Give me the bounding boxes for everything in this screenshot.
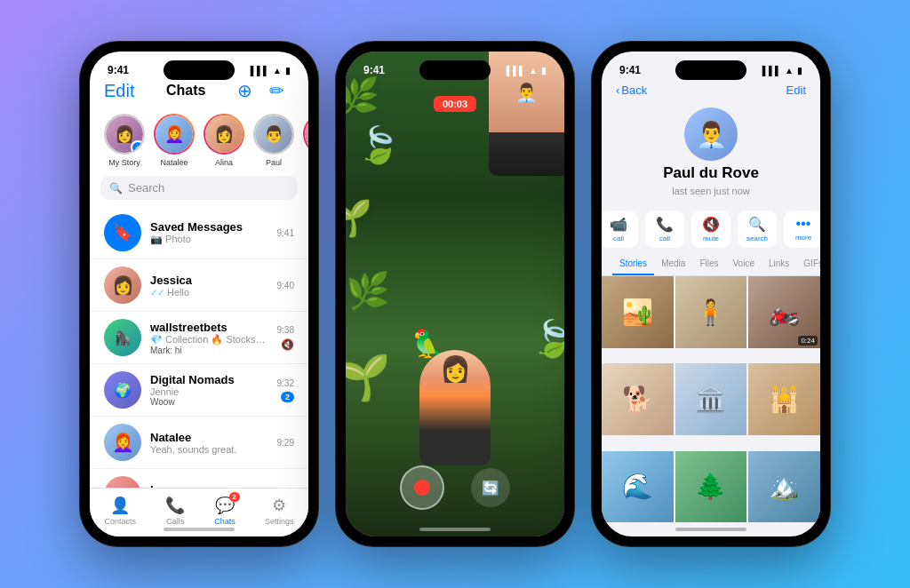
chat-info-digital: Digital Nomads Jennie Woow: [150, 373, 268, 407]
story-name-natalee: Natalee: [160, 158, 188, 167]
pip-body: [489, 132, 564, 176]
flip-icon: 🔄: [482, 480, 499, 497]
chat-avatar-saved: 🔖: [104, 214, 141, 251]
phone-chats: 9:41 ▌▌▌ ▲ ▮ Edit Chats ⊕ ✏: [79, 41, 319, 547]
story-avatar-mystory: 👩 +: [104, 114, 145, 155]
stories-row: 👩 + My Story 👩‍🦰 Natalee 👩 Alina: [90, 108, 308, 176]
nav-settings[interactable]: ⚙ Settings: [265, 496, 294, 526]
flip-camera-button[interactable]: 🔄: [471, 468, 510, 507]
profile-actions: 📹 call 📞 call 🔇 mute 🔍 search •••: [602, 205, 820, 253]
avatar-emoji: 👨‍💼: [696, 120, 727, 149]
tab-stories[interactable]: Stories: [612, 253, 654, 275]
chat-info-jessica: Jessica ✓✓ Hello: [150, 274, 268, 298]
media-img-7: 🌊: [602, 451, 674, 523]
chat-time-jessica: 9:40: [277, 281, 294, 290]
plant-5: 🌿: [346, 270, 390, 312]
chat-preview-jessica: ✓✓ Hello: [150, 287, 268, 298]
video-screen: 9:41 ▌▌▌ ▲ ▮ 🌿 🍃 🌱 🌾 🌿 🍃 🦜 🌱: [346, 52, 564, 536]
story-name-paul: Paul: [266, 158, 282, 167]
story-item-emma[interactable]: 👩‍🦳 Emma: [303, 114, 308, 167]
story-avatar-paul: 👨: [253, 114, 294, 155]
tab-media[interactable]: Media: [654, 253, 692, 275]
media-cell-6[interactable]: 🕌: [748, 363, 820, 435]
action-video-call[interactable]: 📹 call: [602, 211, 638, 248]
media-img-4: 🐕: [602, 363, 674, 435]
chat-preview2-digital: Woow: [150, 397, 268, 407]
tab-gifs[interactable]: GIFs: [796, 253, 820, 275]
media-img-9: 🏔️: [748, 451, 820, 523]
chat-avatar-wsb: 🦍: [104, 319, 141, 356]
media-grid: 🏜️ 🧍 🏍️ 0:24 🐕 🏛️ 🕌: [602, 276, 820, 536]
nav-contacts[interactable]: 👤 Contacts: [105, 496, 137, 526]
status-icons-2: ▌▌▌ ▲ ▮: [507, 66, 547, 75]
chat-name-digital: Digital Nomads: [150, 373, 268, 386]
media-cell-4[interactable]: 🐕: [602, 363, 674, 435]
search-bar[interactable]: 🔍 Search: [100, 176, 298, 200]
compose-button[interactable]: ✏: [269, 80, 294, 101]
chat-item-natalee[interactable]: 👩‍🦰 Natalee Yeah, sounds great. 9:29: [90, 417, 308, 469]
dynamic-island-1: [164, 60, 235, 80]
chat-name-saved: Saved Messages: [150, 220, 268, 234]
action-more[interactable]: ••• more: [784, 211, 820, 248]
nav-chats[interactable]: 💬 2 Chats: [214, 496, 235, 526]
nav-chats-label: Chats: [214, 517, 235, 526]
action-search[interactable]: 🔍 search: [738, 211, 777, 248]
nav-contacts-label: Contacts: [105, 517, 137, 526]
chat-meta-digital: 9:32 2: [277, 378, 294, 402]
chat-item-wsb[interactable]: 🦍 wallstreetbets 💎 Collection 🔥 Stocks 🥩…: [90, 312, 308, 364]
signal-icon: ▌▌▌: [251, 66, 269, 75]
media-img-6: 🕌: [748, 363, 820, 435]
chat-item-digital[interactable]: 🌍 Digital Nomads Jennie Woow 9:32 2: [90, 364, 308, 417]
media-cell-8[interactable]: 🌲: [675, 451, 747, 523]
silhouette-body: 👩: [419, 350, 491, 465]
chat-name-jessica: Jessica: [150, 274, 268, 287]
media-cell-1[interactable]: 🏜️: [602, 276, 674, 348]
calls-icon: 📞: [165, 496, 185, 515]
media-cell-9[interactable]: 🏔️: [748, 451, 820, 523]
new-group-button[interactable]: ⊕: [237, 80, 262, 101]
back-button[interactable]: ‹ Back: [616, 83, 647, 97]
edit-button[interactable]: Edit: [104, 81, 134, 101]
story-item-alina[interactable]: 👩 Alina: [204, 114, 244, 167]
action-audio-call[interactable]: 📞 call: [645, 211, 684, 248]
video-person-main: 👩: [346, 350, 564, 465]
chat-meta-jessica: 9:40: [277, 281, 294, 290]
chats-screen: 9:41 ▌▌▌ ▲ ▮ Edit Chats ⊕ ✏: [90, 52, 308, 536]
story-item-natalee[interactable]: 👩‍🦰 Natalee: [154, 114, 195, 167]
chat-item-lee[interactable]: 😎 Lee Mind if I invite my friend? 9:20: [90, 469, 308, 488]
mute-action-icon: 🔇: [702, 216, 720, 233]
tab-files[interactable]: Files: [692, 253, 725, 275]
action-mute[interactable]: 🔇 mute: [691, 211, 730, 248]
tab-voice[interactable]: Voice: [726, 253, 762, 275]
record-button[interactable]: [400, 465, 444, 510]
status-icons-1: ▌▌▌ ▲ ▮: [251, 66, 291, 75]
story-avatar-emma: 👩‍🦳: [303, 114, 308, 155]
chat-item-jessica[interactable]: 👩 Jessica ✓✓ Hello 9:40: [90, 259, 308, 312]
chat-list: 🔖 Saved Messages 📷 Photo 9:41 👩 Jessica …: [90, 207, 308, 488]
media-cell-3[interactable]: 🏍️ 0:24: [748, 276, 820, 348]
story-avatar-natalee: 👩‍🦰: [154, 114, 195, 155]
profile-edit-button[interactable]: Edit: [786, 83, 806, 97]
media-cell-7[interactable]: 🌊: [602, 451, 674, 523]
media-img-5: 🏛️: [675, 363, 747, 435]
chat-name-natalee: Natalee: [150, 431, 268, 444]
chat-item-saved[interactable]: 🔖 Saved Messages 📷 Photo 9:41: [90, 207, 308, 259]
unread-badge-digital: 2: [281, 392, 294, 402]
media-cell-5[interactable]: 🏛️: [675, 363, 747, 435]
story-item-paul[interactable]: 👨 Paul: [253, 114, 294, 167]
story-plus-icon: +: [131, 140, 145, 155]
tab-links[interactable]: Links: [762, 253, 796, 275]
chat-preview-saved: 📷 Photo: [150, 234, 268, 245]
signal-icon-2: ▌▌▌: [507, 66, 525, 75]
mute-action-label: mute: [703, 234, 719, 242]
chat-meta-wsb: 9:38 🔇: [277, 325, 294, 351]
battery-icon: ▮: [285, 66, 291, 75]
nav-calls[interactable]: 📞 Calls: [165, 496, 185, 526]
battery-icon-2: ▮: [541, 66, 547, 75]
contacts-icon: 👤: [110, 496, 130, 515]
chat-time-saved: 9:41: [277, 228, 294, 238]
media-cell-2[interactable]: 🧍: [675, 276, 747, 348]
story-item-mystory[interactable]: 👩 + My Story: [104, 114, 145, 167]
back-label: Back: [621, 83, 647, 97]
story-name-alina: Alina: [215, 158, 233, 167]
